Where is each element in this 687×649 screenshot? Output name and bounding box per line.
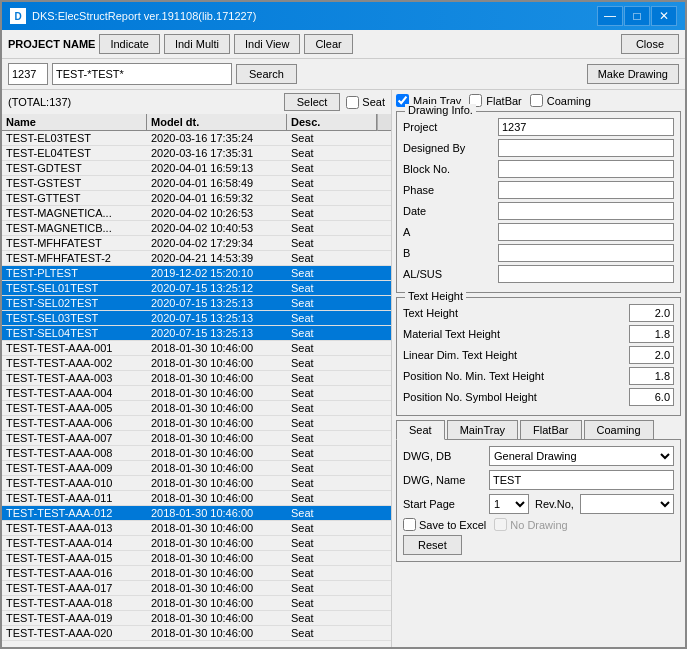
left-panel: (TOTAL:137) Select Seat Name Model dt. D… bbox=[2, 90, 392, 647]
start-page-select[interactable]: 1 2 3 bbox=[489, 494, 529, 514]
rev-no-select[interactable] bbox=[580, 494, 674, 514]
block-no-input[interactable] bbox=[498, 160, 674, 178]
table-row[interactable]: TEST-PLTEST2019-12-02 15:20:10Seat bbox=[2, 266, 391, 281]
linear-dim-label: Linear Dim. Text Height bbox=[403, 349, 629, 361]
b-label: B bbox=[403, 247, 498, 259]
table-row[interactable]: TEST-TEST-AAA-0082018-01-30 10:46:00Seat bbox=[2, 446, 391, 461]
title-text: DKS:ElecStructReport ver.191108(lib.1712… bbox=[32, 10, 597, 22]
title-buttons: — □ ✕ bbox=[597, 6, 677, 26]
minimize-button[interactable]: — bbox=[597, 6, 623, 26]
select-button[interactable]: Select bbox=[284, 93, 341, 111]
drawing-info-label: Drawing Info. bbox=[405, 104, 476, 116]
project-name-label: PROJECT NAME bbox=[8, 38, 95, 50]
table-row[interactable]: TEST-GTTEST2020-04-01 16:59:32Seat bbox=[2, 191, 391, 206]
table-row[interactable]: TEST-TEST-AAA-0132018-01-30 10:46:00Seat bbox=[2, 521, 391, 536]
toolbar-row1: PROJECT NAME Indicate Indi Multi Indi Vi… bbox=[2, 30, 685, 59]
table-row[interactable]: TEST-TEST-AAA-0062018-01-30 10:46:00Seat bbox=[2, 416, 391, 431]
coaming-checkbox-label[interactable]: Coaming bbox=[530, 94, 591, 107]
close-button[interactable]: Close bbox=[621, 34, 679, 54]
table-row[interactable]: TEST-GDTEST2020-04-01 16:59:13Seat bbox=[2, 161, 391, 176]
search-button[interactable]: Search bbox=[236, 64, 297, 84]
table-row[interactable]: TEST-MAGNETICA...2020-04-02 10:26:53Seat bbox=[2, 206, 391, 221]
tab-coaming[interactable]: Coaming bbox=[584, 420, 654, 439]
project-input[interactable] bbox=[8, 63, 48, 85]
tab-seat[interactable]: Seat bbox=[396, 420, 445, 440]
indi-view-button[interactable]: Indi View bbox=[234, 34, 300, 54]
table-row[interactable]: TEST-TEST-AAA-0152018-01-30 10:46:00Seat bbox=[2, 551, 391, 566]
table-row[interactable]: TEST-TEST-AAA-0072018-01-30 10:46:00Seat bbox=[2, 431, 391, 446]
indicate-button[interactable]: Indicate bbox=[99, 34, 160, 54]
no-drawing-checkbox[interactable] bbox=[494, 518, 507, 531]
save-to-excel-checkbox[interactable] bbox=[403, 518, 416, 531]
start-page-row: Start Page 1 2 3 Rev.No, bbox=[403, 494, 674, 514]
bottom-action-row: Save to Excel No Drawing bbox=[403, 518, 674, 531]
table-row[interactable]: TEST-TEST-AAA-0122018-01-30 10:46:00Seat bbox=[2, 506, 391, 521]
seat-checkbox-label[interactable]: Seat bbox=[346, 96, 385, 109]
table-row[interactable]: TEST-TEST-AAA-0202018-01-30 10:46:00Seat bbox=[2, 626, 391, 641]
table-row[interactable]: TEST-TEST-AAA-0162018-01-30 10:46:00Seat bbox=[2, 566, 391, 581]
date-input[interactable] bbox=[498, 202, 674, 220]
bottom-tabs: Seat MainTray FlatBar Coaming bbox=[396, 420, 681, 440]
clear-button[interactable]: Clear bbox=[304, 34, 352, 54]
a-label: A bbox=[403, 226, 498, 238]
table-row[interactable]: TEST-SEL02TEST2020-07-15 13:25:13Seat bbox=[2, 296, 391, 311]
no-drawing-label[interactable]: No Drawing bbox=[494, 518, 567, 531]
reset-button[interactable]: Reset bbox=[403, 535, 462, 555]
b-input[interactable] bbox=[498, 244, 674, 262]
dwg-name-input[interactable] bbox=[489, 470, 674, 490]
table-row[interactable]: TEST-MFHFATEST-22020-04-21 14:53:39Seat bbox=[2, 251, 391, 266]
project-field-input[interactable] bbox=[498, 118, 674, 136]
rev-no-label: Rev.No, bbox=[535, 498, 574, 510]
window-close-button[interactable]: ✕ bbox=[651, 6, 677, 26]
table-row[interactable]: TEST-TEST-AAA-0192018-01-30 10:46:00Seat bbox=[2, 611, 391, 626]
material-text-height-input[interactable] bbox=[629, 325, 674, 343]
position-no-min-input[interactable] bbox=[629, 367, 674, 385]
table-row[interactable]: TEST-TEST-AAA-0112018-01-30 10:46:00Seat bbox=[2, 491, 391, 506]
table-row[interactable]: TEST-SEL01TEST2020-07-15 13:25:12Seat bbox=[2, 281, 391, 296]
list-toolbar: (TOTAL:137) Select Seat bbox=[2, 90, 391, 114]
dwg-name-row: DWG, Name bbox=[403, 470, 674, 490]
table-row[interactable]: TEST-TEST-AAA-0042018-01-30 10:46:00Seat bbox=[2, 386, 391, 401]
make-drawing-button[interactable]: Make Drawing bbox=[587, 64, 679, 84]
dwg-db-select[interactable]: General Drawing bbox=[489, 446, 674, 466]
seat-checkbox[interactable] bbox=[346, 96, 359, 109]
position-no-symbol-input[interactable] bbox=[629, 388, 674, 406]
table-row[interactable]: TEST-TEST-AAA-0022018-01-30 10:46:00Seat bbox=[2, 356, 391, 371]
alsus-input[interactable] bbox=[498, 265, 674, 283]
table-row[interactable]: TEST-EL03TEST2020-03-16 17:35:24Seat bbox=[2, 131, 391, 146]
table-row[interactable]: TEST-TEST-AAA-0142018-01-30 10:46:00Seat bbox=[2, 536, 391, 551]
text-height-input[interactable] bbox=[629, 304, 674, 322]
material-text-height-row: Material Text Height bbox=[403, 325, 674, 343]
linear-dim-input[interactable] bbox=[629, 346, 674, 364]
indi-multi-button[interactable]: Indi Multi bbox=[164, 34, 230, 54]
table-row[interactable]: TEST-GSTEST2020-04-01 16:58:49Seat bbox=[2, 176, 391, 191]
linear-dim-row: Linear Dim. Text Height bbox=[403, 346, 674, 364]
a-input[interactable] bbox=[498, 223, 674, 241]
tab-maintray[interactable]: MainTray bbox=[447, 420, 518, 439]
designed-by-input[interactable] bbox=[498, 139, 674, 157]
table-body[interactable]: TEST-EL03TEST2020-03-16 17:35:24SeatTEST… bbox=[2, 131, 391, 647]
maximize-button[interactable]: □ bbox=[624, 6, 650, 26]
table-row[interactable]: TEST-MAGNETICB...2020-04-02 10:40:53Seat bbox=[2, 221, 391, 236]
coaming-checkbox[interactable] bbox=[530, 94, 543, 107]
table-row[interactable]: TEST-TEST-AAA-0032018-01-30 10:46:00Seat bbox=[2, 371, 391, 386]
designed-by-label: Designed By bbox=[403, 142, 498, 154]
date-label: Date bbox=[403, 205, 498, 217]
flat-bar-checkbox-label[interactable]: FlatBar bbox=[469, 94, 521, 107]
save-to-excel-label[interactable]: Save to Excel bbox=[403, 518, 486, 531]
table-row[interactable]: TEST-TEST-AAA-0172018-01-30 10:46:00Seat bbox=[2, 581, 391, 596]
table-row[interactable]: TEST-SEL03TEST2020-07-15 13:25:13Seat bbox=[2, 311, 391, 326]
table-row[interactable]: TEST-TEST-AAA-0092018-01-30 10:46:00Seat bbox=[2, 461, 391, 476]
name-input[interactable] bbox=[52, 63, 232, 85]
table-row[interactable]: TEST-EL04TEST2020-03-16 17:35:31Seat bbox=[2, 146, 391, 161]
phase-input[interactable] bbox=[498, 181, 674, 199]
table-row[interactable]: TEST-TEST-AAA-0052018-01-30 10:46:00Seat bbox=[2, 401, 391, 416]
tab-flatbar[interactable]: FlatBar bbox=[520, 420, 581, 439]
start-page-label: Start Page bbox=[403, 498, 483, 510]
table-row[interactable]: TEST-TEST-AAA-0012018-01-30 10:46:00Seat bbox=[2, 341, 391, 356]
table-row[interactable]: TEST-TEST-AAA-0182018-01-30 10:46:00Seat bbox=[2, 596, 391, 611]
content-area: (TOTAL:137) Select Seat Name Model dt. D… bbox=[2, 90, 685, 647]
table-row[interactable]: TEST-TEST-AAA-0102018-01-30 10:46:00Seat bbox=[2, 476, 391, 491]
table-row[interactable]: TEST-MFHFATEST2020-04-02 17:29:34Seat bbox=[2, 236, 391, 251]
table-row[interactable]: TEST-SEL04TEST2020-07-15 13:25:13Seat bbox=[2, 326, 391, 341]
